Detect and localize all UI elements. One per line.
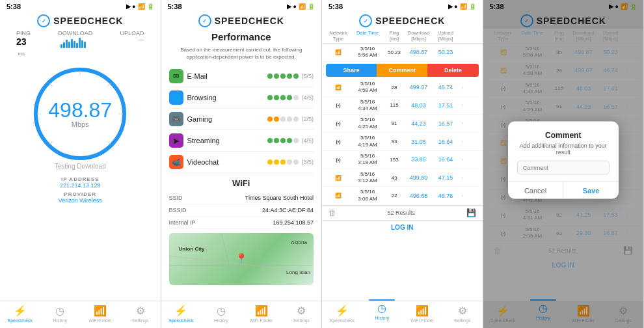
status-icons-2: ▶ ● 📶 🔋 bbox=[287, 3, 315, 10]
dialog-save-button[interactable]: Save bbox=[563, 182, 619, 199]
login-link[interactable]: LOG IN bbox=[322, 220, 483, 234]
download-cell: 44.23 bbox=[404, 120, 433, 127]
logo-text-1: SPEEDCHECK bbox=[53, 16, 123, 26]
tab-history-1[interactable]: ◷ History bbox=[40, 305, 81, 323]
table-row[interactable]: 📶 5/5/165:56 AM 50.23 498.87 50.23 bbox=[322, 44, 483, 62]
dot bbox=[267, 116, 273, 122]
table-row[interactable]: 📶 5/5/163:06 AM 22 496.68 46.76 › bbox=[322, 187, 483, 205]
download-cell: 499.07 bbox=[404, 84, 433, 90]
upload-cell: 17.51 bbox=[433, 102, 458, 109]
dot bbox=[274, 95, 279, 100]
metrics-values-row: 23ms — bbox=[7, 35, 154, 59]
tab-wifi-3[interactable]: 📶 WiFi Finder bbox=[402, 305, 442, 323]
chevron-icon: › bbox=[458, 139, 467, 144]
dot bbox=[274, 159, 279, 165]
dot bbox=[287, 159, 292, 165]
tab-label-speedcheck-3: Speedcheck bbox=[330, 318, 355, 323]
network-cell: 📶 bbox=[326, 49, 351, 55]
settings-icon-1: ⚙ bbox=[136, 305, 145, 317]
panel-speedcheck: 5:38 ▶ ● 📶 🔋 ✓ SPEEDCHECK PING DOWNLOAD … bbox=[0, 0, 161, 328]
dialog-subtitle: Add additional information to your resul… bbox=[517, 143, 610, 156]
history-icon-3: ◷ bbox=[377, 302, 386, 314]
provider-value: Verizon Wireless bbox=[59, 197, 102, 204]
col-date-time: Date Time bbox=[351, 30, 384, 42]
performance-title: Performance bbox=[169, 31, 314, 42]
history-icon-2: ◷ bbox=[217, 305, 226, 317]
table-row[interactable]: 📶 5/5/163:12 AM 43 499.80 47.15 › bbox=[322, 169, 483, 187]
perf-email-left: ✉ E-Mail bbox=[169, 69, 208, 83]
table-row[interactable]: (•) 5/5/164:34 AM 115 48.03 17.51 › bbox=[322, 97, 483, 115]
tab-bar-2: ⚡ Speedcheck ◷ History 📶 WiFi Finder ⚙ S… bbox=[161, 301, 322, 328]
svg-line-10 bbox=[169, 256, 312, 272]
signal-icon-1: ▶ ● bbox=[126, 3, 136, 10]
wifi-ssid-row: SSID Times Square South Hotel bbox=[169, 192, 314, 204]
save-icon[interactable]: 💾 bbox=[466, 208, 476, 217]
perf-browsing: 🌐 Browsing (4/5) bbox=[169, 87, 314, 109]
date-cell: 5/5/164:58 AM bbox=[351, 81, 384, 94]
date-cell: 5/5/163:12 AM bbox=[351, 171, 384, 185]
dot bbox=[267, 74, 273, 79]
dialog-cancel-button[interactable]: Cancel bbox=[508, 182, 564, 199]
svg-line-4 bbox=[50, 83, 53, 86]
tab-speedcheck-3[interactable]: ⚡ Speedcheck bbox=[322, 305, 362, 323]
history-icon-1: ◷ bbox=[55, 305, 64, 317]
speed-display: 498.87 Mbps bbox=[48, 100, 112, 128]
speedometer: 498.87 Mbps bbox=[28, 62, 132, 166]
ssid-label: SSID bbox=[169, 195, 183, 201]
bssid-label: BSSID bbox=[169, 207, 187, 213]
date-cell: 5/5/164:34 AM bbox=[351, 99, 384, 113]
tab-settings-3[interactable]: ⚙ Settings bbox=[442, 305, 483, 323]
email-label: E-Mail bbox=[187, 72, 208, 80]
tab-speedcheck-2[interactable]: ⚡ Speedcheck bbox=[161, 305, 202, 323]
tab-speedcheck-1[interactable]: ⚡ Speedcheck bbox=[0, 305, 40, 323]
gaming-score: (2/5) bbox=[301, 116, 314, 122]
network-cell: 📶 bbox=[326, 175, 351, 181]
col-ping: Ping [ms] bbox=[384, 30, 404, 42]
date-cell: 5/5/164:25 AM bbox=[351, 116, 384, 130]
tab-wifi-1[interactable]: 📶 WiFi Finder bbox=[80, 305, 120, 323]
perf-email: ✉ E-Mail (5/5) bbox=[169, 66, 314, 87]
table-row[interactable]: 📶 5/5/164:58 AM 28 499.07 46.74 › bbox=[322, 79, 483, 97]
logo-icon-1: ✓ bbox=[37, 14, 50, 27]
dot bbox=[287, 138, 292, 143]
tab-settings-1[interactable]: ⚙ Settings bbox=[120, 305, 161, 323]
tab-history-3[interactable]: ◷ History bbox=[362, 305, 403, 323]
perf-videochat: 📹 Videochat (3/5) bbox=[169, 152, 314, 173]
tab-history-2[interactable]: ◷ History bbox=[201, 305, 241, 323]
network-cell: 📶 bbox=[326, 85, 351, 90]
chevron-icon: › bbox=[458, 157, 467, 163]
comment-input[interactable] bbox=[517, 161, 610, 175]
ping-cell: 93 bbox=[384, 139, 404, 144]
bssid-value: 24:A4:3C:AE:DF:84 bbox=[262, 207, 314, 213]
internal-ip-value: 169.254.108.57 bbox=[273, 219, 314, 226]
status-bar-2: 5:38 ▶ ● 📶 🔋 bbox=[161, 0, 322, 12]
tab-label-wifi-2: WiFi Finder bbox=[250, 318, 273, 323]
status-time-2: 5:38 bbox=[168, 3, 182, 10]
network-cell: (•) bbox=[326, 121, 351, 126]
table-row[interactable]: (•) 5/5/164:25 AM 91 44.23 16.57 › bbox=[322, 115, 483, 133]
share-button[interactable]: Share bbox=[326, 64, 377, 77]
tab-wifi-2[interactable]: 📶 WiFi Finder bbox=[241, 305, 282, 323]
ping-cell: 91 bbox=[384, 120, 404, 126]
wifi-title: WiFi bbox=[169, 178, 314, 188]
comment-button[interactable]: Comment bbox=[377, 64, 427, 77]
email-score: (5/5) bbox=[301, 73, 314, 79]
perf-streaming-left: ▶ Streaming bbox=[169, 133, 220, 148]
date-cell: 5/5/163:18 AM bbox=[351, 153, 384, 167]
upload-cell: 46.76 bbox=[433, 193, 458, 199]
chevron-icon: › bbox=[458, 193, 467, 198]
table-row[interactable]: (•) 5/5/164:19 AM 93 31.05 16.64 › bbox=[322, 133, 483, 151]
status-time-3: 5:38 bbox=[329, 3, 343, 10]
tab-settings-2[interactable]: ⚙ Settings bbox=[281, 305, 321, 323]
svg-line-11 bbox=[221, 233, 234, 285]
internal-ip-label: Internal IP bbox=[169, 219, 196, 226]
perf-streaming: ▶ Streaming (4/5) bbox=[169, 130, 314, 152]
logo-text-2: SPEEDCHECK bbox=[215, 16, 284, 26]
ssid-value: Times Square South Hotel bbox=[245, 195, 314, 201]
ping-cell: 43 bbox=[384, 175, 404, 181]
trash-icon[interactable]: 🗑 bbox=[329, 208, 336, 217]
delete-button[interactable]: Delete bbox=[427, 64, 478, 77]
table-row[interactable]: (•) 5/5/163:18 AM 153 33.85 16.64 › bbox=[322, 151, 483, 169]
speedcheck-icon-2: ⚡ bbox=[174, 305, 187, 317]
streaming-label: Streaming bbox=[187, 137, 220, 144]
